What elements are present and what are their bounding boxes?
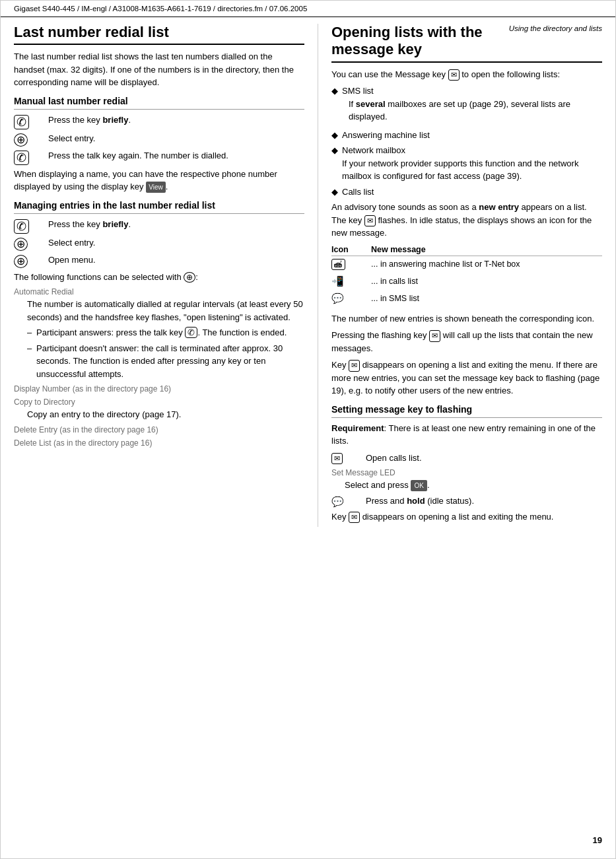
table-desc-calls: ... in calls list [371,273,602,290]
following-text: The following functions can be selected … [14,271,304,284]
open-calls-row: ✉ Open calls list. [331,452,602,465]
calls-icon: 📲 [331,275,344,287]
manual-desc-1: Press the key briefly. [48,114,304,127]
table-row-ans: 📾 ... in answering machine list or T-Net… [331,256,602,273]
ok-badge: OK [411,480,427,491]
copy-dir-text: Copy an entry to the directory (page 17)… [27,408,304,421]
msg-key-icon-6: ✉ [349,512,360,523]
table-header-message: New message [371,244,602,256]
msg-key-icon-5: ✉ [331,453,343,464]
phone-icon-1: ✆ [14,114,48,129]
ans-machine-icon: 📾 [331,259,345,270]
open-calls-desc: Open calls list. [366,452,602,465]
manual-desc-3: Press the talk key again. The number is … [48,149,304,162]
select-press-row: Select and press OK. [345,479,602,492]
table-desc-sms: ... in SMS list [371,290,602,307]
manual-row-1: ✆ Press the key briefly. [14,114,304,129]
icon-table: Icon New message 📾 ... in answering mach… [331,244,602,307]
diamond-bullet-2: ◆ [331,130,342,140]
auto-redial-item-2: – Participant doesn't answer: the call i… [27,342,304,381]
call-icon: ✆ [14,115,29,129]
nav-inline-icon: ⊕ [184,272,195,283]
managing-row-3: ⊕ Open menu. [14,254,304,268]
msg-icon-calls: ✉ [331,452,366,464]
table-row-sms: 💬 ... in SMS list [331,290,602,307]
nav-icon-1: ⊕ [14,132,48,147]
table-header-icon: Icon [331,244,371,256]
auto-redial-item-1: – Participant answers: press the talk ke… [27,326,304,339]
copy-dir-heading: Copy to Directory [14,397,304,407]
left-intro: The last number redial list shows the la… [14,50,304,89]
right-divider [331,61,602,63]
managing-desc-1: Press the key briefly. [48,218,304,231]
new-entries-text: The number of new entries is shown benea… [331,312,602,326]
delete-list: Delete List (as in the directory page 16… [14,438,304,448]
flashing-text: Pressing the flashing key ✉ will call up… [331,329,602,355]
top-right-label: Using the directory and lists [509,24,602,32]
auto-redial-text: The number is automatically dialled at r… [27,298,304,324]
requirement-text: Requirement: There is at least one new e… [331,422,602,448]
msg-key-icon-4: ✉ [349,360,360,371]
sms-icon: 💬 [331,292,344,304]
auto-redial-heading: Automatic Redial [14,287,304,296]
left-section-title: Last number redial list [14,24,304,41]
view-badge: View [146,182,166,193]
msg-key-icon-3: ✉ [429,330,440,341]
nav-circle-icon-2: ⊕ [14,238,28,251]
managing-desc-3: Open menu. [48,254,304,267]
setting-title: Setting message key to flashing [331,404,602,415]
table-desc-ans: ... in answering machine list or T-Net b… [371,256,602,273]
left-divider [14,44,304,45]
table-icon-calls: 📲 [331,273,371,290]
managing-title: Managing entries in the last number redi… [14,200,304,211]
page-number: 19 [593,835,602,845]
call-icon-2: ✆ [14,151,29,165]
nav-circle-icon-3: ⊕ [14,255,28,268]
sms-icon-cell: 💬 [331,495,366,508]
call-icon-inline: ✆ [185,327,197,338]
manual-desc-2: Select entry. [48,132,304,145]
bullet-calls: ◆ Calls list [331,186,602,199]
key-disappears-text: Key ✉ disappears on opening a list and e… [331,359,602,397]
header-bar: Gigaset S440-445 / IM-engl / A31008-M163… [1,1,615,17]
bullet-network: ◆ Network mailbox If your network provid… [331,144,602,183]
req-bold: Requirement [331,423,384,433]
display-num-heading: Display Number (as in the directory page… [14,384,304,394]
column-divider [318,24,318,527]
table-row-calls: 📲 ... in calls list [331,273,602,290]
setting-divider [331,417,602,418]
msg-key-icon: ✉ [448,69,460,81]
display-note: When displaying a name, you can have the… [14,168,304,193]
page-container: Gigaset S440-445 / IM-engl / A31008-M163… [0,0,616,859]
phone-icon-3: ✆ [14,218,48,234]
table-icon-ans: 📾 [331,256,371,273]
manual-row-3: ✆ Press the talk key again. The number i… [14,149,304,165]
left-column: Last number redial list The last number … [14,24,304,527]
phone-icon-2: ✆ [14,149,48,165]
key-end-text: Key ✉ disappears on opening a list and e… [331,510,602,524]
nav-icon-2: ⊕ [14,236,48,251]
right-intro: You can use the Message key ✉ to open th… [331,68,602,81]
press-hold-row: 💬 Press and hold (idle status). [331,495,602,508]
diamond-bullet-3: ◆ [331,145,342,155]
managing-desc-2: Select entry. [48,236,304,250]
manual-row-2: ⊕ Select entry. [14,132,304,147]
bullet-answering: ◆ Answering machine list [331,129,602,142]
manual-title: Manual last number redial [14,96,304,106]
sms-icon-2: 💬 [331,496,344,508]
managing-divider [14,213,304,214]
delete-entry: Delete Entry (as in the directory page 1… [14,425,304,434]
table-icon-sms: 💬 [331,290,371,307]
diamond-bullet-1: ◆ [331,86,342,96]
diamond-bullet-4: ◆ [331,187,342,197]
msg-key-icon-2: ✉ [364,215,376,226]
set-msg-led: Set Message LED [331,468,602,477]
call-icon-3: ✆ [14,219,29,234]
managing-row-2: ⊕ Select entry. [14,236,304,251]
managing-row-1: ✆ Press the key briefly. [14,218,304,234]
nav-circle-icon: ⊕ [14,133,28,147]
press-hold-desc: Press and hold (idle status). [366,495,602,508]
advisory-text: An advisory tone sounds as soon as a new… [331,201,602,240]
bullet-sms: ◆ SMS list If several mailboxes are set … [331,85,602,126]
right-column: Opening lists with themessage key You ca… [331,24,602,527]
